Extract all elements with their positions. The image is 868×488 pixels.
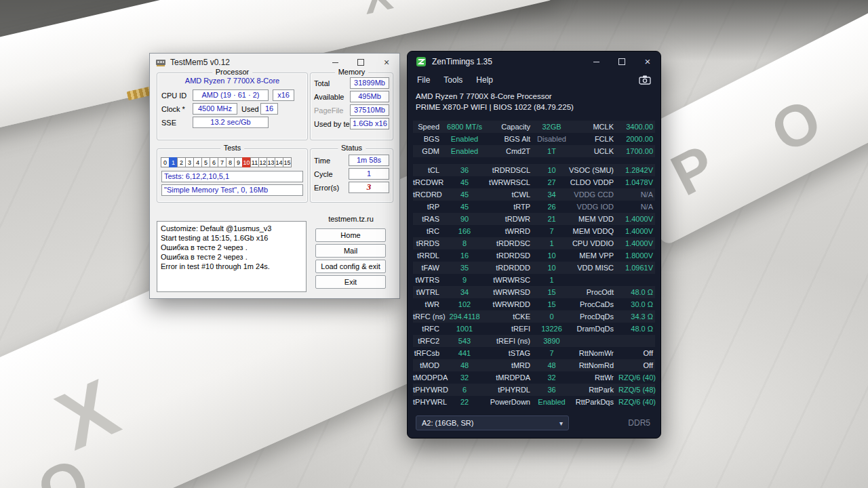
time-value: 1m 58s [349, 155, 389, 166]
timings-row: GDMEnabledCmd2T1TUCLK1700.00 [413, 145, 655, 157]
timing-value: 48.0 Ω [618, 288, 655, 296]
timing-value: 1.4000V [618, 215, 655, 223]
exit-button[interactable]: Exit [315, 275, 386, 289]
timing-label: tRFC [413, 325, 444, 333]
timing-label: tRFCsb [413, 349, 444, 357]
tests-groupbox: Tests 0123456789101112131415 Tests: 6,12… [157, 148, 308, 203]
dimm-select-dropdown[interactable]: A2: (16GB, SR) ▾ [416, 415, 569, 430]
timings-row: tRRDS8tRDRDSC1CPU VDDIO1.4000V [413, 237, 655, 249]
testmem5-app-icon [155, 57, 166, 68]
dimm-select-value: A2: (16GB, SR) [422, 419, 473, 427]
menu-file[interactable]: File [417, 75, 430, 85]
timing-value: 15 [535, 288, 568, 296]
timing-value: 1.2842V [618, 166, 655, 174]
timing-label: BGS Alt [485, 135, 535, 143]
timings-row: tRCDRD45tCWL34VDDG CCDN/A [413, 188, 655, 201]
timings-row: Speed6800 MT/sCapacity32GBMCLK3400.00 [413, 121, 655, 133]
menu-help[interactable]: Help [476, 75, 493, 85]
timing-value: 45 [444, 203, 485, 211]
timing-value: N/A [618, 190, 655, 199]
mail-button[interactable]: Mail [315, 244, 386, 258]
timings-row: tRAS90tRDWR21MEM VDD1.4000V [413, 213, 655, 225]
timings-row: tRFC2543tREFI (ns)3890 [413, 335, 655, 347]
window-title: ZenTimings 1.35 [432, 57, 492, 66]
timing-label: tMODPDA [413, 373, 444, 382]
timing-value: 0 [535, 312, 568, 321]
status-group-label: Status [338, 144, 366, 152]
timing-label: tPHYRDL [485, 386, 535, 394]
timing-label: BGS [413, 135, 444, 143]
timings-table: tCL36tRDRDSCL10VSOC (SMU)1.2842VtRCDWR45… [413, 164, 655, 408]
menu-items: FileToolsHelp [417, 75, 493, 85]
log-textarea[interactable]: Customize: Default @1usmus_v3Start testi… [157, 221, 307, 292]
timing-value: 90 [444, 215, 485, 223]
processor-group-label: Processor [212, 68, 253, 76]
timing-label: MEM VPP [568, 251, 618, 260]
time-label: Time [314, 157, 330, 165]
screenshot-button[interactable] [639, 75, 651, 85]
log-line: Ошибка в тесте 2 через . [161, 252, 302, 262]
cpu-info-line: AMD Ryzen 7 7700X 8-Core Processor [416, 91, 652, 102]
timing-value: 9 [444, 276, 485, 284]
timing-label: tRTP [485, 203, 535, 211]
timing-label: tMRDPDA [485, 373, 535, 382]
timing-label: ProcOdt [568, 288, 618, 296]
minimize-button[interactable] [583, 52, 609, 72]
timing-label: VDDG CCD [568, 190, 618, 199]
maximize-button[interactable] [609, 52, 635, 72]
timing-value: 32GB [535, 123, 568, 131]
ram-logo-letter: O [761, 85, 832, 166]
timing-label: MEM VDDQ [568, 227, 618, 235]
timing-value: 1.0961V [618, 264, 655, 272]
timing-value: 102 [444, 300, 485, 308]
zentimings-titlebar[interactable]: ZenTimings 1.35 × [408, 52, 660, 72]
test-cell-15[interactable]: 15 [283, 157, 292, 167]
timing-value: 10 [535, 166, 568, 174]
log-line: Customize: Default @1usmus_v3 [161, 224, 302, 233]
status-groupbox: Status Time 1m 58s Cycle 1 Error(s) 3 [310, 148, 393, 203]
timing-value: 45 [444, 178, 485, 186]
timings-row: BGSEnabledBGS AltDisabledFCLK2000.00 [413, 133, 655, 145]
cycle-label: Cycle [314, 170, 333, 178]
timing-label: GDM [413, 147, 444, 155]
window-controls: × [583, 52, 660, 72]
timings-row: tMODPDA32tMRDPDA32RttWrRZQ/6 (40) [413, 371, 655, 384]
load-config-exit-button[interactable]: Load config & exit [315, 260, 386, 273]
window-title: TestMem5 v0.12 [170, 58, 230, 67]
timing-label: UCLK [568, 147, 618, 155]
timing-value: 48.0 Ω [618, 325, 655, 333]
close-button[interactable]: × [635, 52, 660, 72]
timing-value: 36 [444, 166, 485, 174]
timing-label: ProcDqDs [568, 312, 618, 321]
sse-label: SSE [161, 119, 176, 127]
memory-row-value: 37510Mb [350, 104, 389, 116]
timing-value: 10 [535, 264, 568, 272]
menu-tools[interactable]: Tools [443, 75, 462, 85]
timing-label: tCL [413, 166, 444, 174]
menu-bar: FileToolsHelp [408, 72, 660, 88]
close-button[interactable]: × [374, 54, 399, 71]
timing-value: 1 [535, 239, 568, 247]
memory-row-value: 495Mb [350, 91, 389, 102]
timing-label: tRFC2 [413, 337, 444, 345]
memory-row: Used by test1.6Gb x16 [311, 118, 393, 131]
home-button[interactable]: Home [315, 228, 386, 242]
cpu-name: AMD Ryzen 7 7700X 8-Core [157, 77, 307, 85]
timing-label: Speed [413, 123, 444, 131]
timings-row: tPHYWRL22PowerDownEnabledRttParkDqsRZQ/6… [413, 396, 655, 408]
timing-value: 441 [444, 349, 485, 357]
camera-icon [639, 75, 651, 85]
zentimings-app-icon [416, 56, 427, 67]
timing-label: RttNomRd [568, 361, 618, 369]
timings-row: tRP45tRTP26VDDG IODN/A [413, 201, 655, 213]
timing-value: 16 [444, 251, 485, 260]
timing-label: tRAS [413, 215, 444, 223]
timing-value: 32 [535, 373, 568, 382]
timing-value: 294.4118 [444, 312, 485, 321]
timing-label: tPHYWRL [413, 398, 444, 406]
timings-row: tWTRS9tWRWRSC1 [413, 274, 655, 286]
memory-row-value: 31899Mb [350, 77, 389, 89]
timing-label: tRDRDSD [485, 251, 535, 260]
processor-groupbox: Processor AMD Ryzen 7 7700X 8-Core CPU I… [157, 73, 308, 140]
timing-label: tWRWRDD [485, 300, 535, 308]
